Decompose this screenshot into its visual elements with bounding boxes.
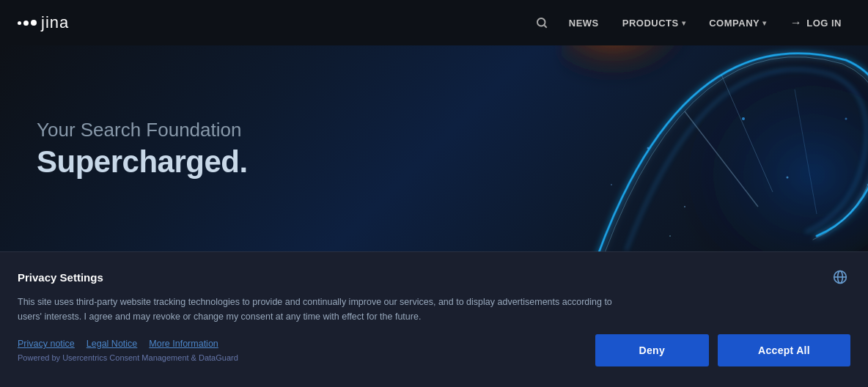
- logo-dot-1: [18, 21, 21, 25]
- consent-links: Privacy notice Legal Notice More Informa…: [18, 339, 238, 362]
- consent-link-row: Privacy notice Legal Notice More Informa…: [18, 339, 238, 349]
- hero-content: Your Search Foundation Supercharged.: [37, 118, 248, 179]
- consent-footer: Privacy notice Legal Notice More Informa…: [18, 334, 850, 366]
- legal-notice-link[interactable]: Legal Notice: [87, 339, 138, 349]
- nav-items: NEWS PRODUCTS ▾ COMPANY ▾ → LOG IN: [529, 10, 850, 35]
- privacy-notice-link[interactable]: Privacy notice: [18, 339, 75, 349]
- deny-button[interactable]: Deny: [595, 334, 709, 366]
- svg-point-8: [684, 206, 685, 207]
- svg-point-0: [537, 18, 545, 26]
- svg-point-10: [787, 177, 789, 179]
- consent-banner: Privacy Settings This site uses third-pa…: [0, 251, 868, 387]
- powered-by-text: Powered by Usercentrics Consent Manageme…: [18, 353, 238, 362]
- company-chevron-icon: ▾: [762, 19, 767, 27]
- logo-text: jina: [41, 13, 69, 32]
- hero-title: Supercharged.: [37, 144, 248, 179]
- hero-orb: [538, 45, 868, 251]
- products-chevron-icon: ▾: [682, 19, 686, 27]
- login-button[interactable]: → LOG IN: [781, 10, 850, 35]
- nav-news[interactable]: NEWS: [560, 12, 608, 34]
- svg-point-12: [845, 118, 847, 120]
- nav-company[interactable]: COMPANY ▾: [700, 12, 775, 34]
- nav-products[interactable]: PRODUCTS ▾: [614, 12, 694, 34]
- svg-point-11: [669, 235, 671, 237]
- logo[interactable]: jina: [18, 13, 69, 32]
- svg-point-9: [742, 117, 745, 120]
- hero-subtitle: Your Search Foundation: [37, 118, 248, 141]
- svg-line-1: [544, 25, 546, 27]
- hero-section: Your Search Foundation Supercharged.: [0, 45, 868, 251]
- consent-description: This site uses third-party website track…: [18, 295, 619, 324]
- logo-dot-3: [31, 20, 37, 26]
- more-information-link[interactable]: More Information: [149, 339, 218, 349]
- logo-dot-2: [23, 21, 29, 26]
- language-icon[interactable]: [830, 267, 850, 287]
- svg-point-7: [647, 147, 650, 150]
- accept-all-button[interactable]: Accept All: [718, 334, 850, 366]
- consent-title: Privacy Settings: [18, 271, 103, 284]
- search-button[interactable]: [529, 10, 554, 35]
- consent-buttons: Deny Accept All: [595, 334, 850, 366]
- consent-header: Privacy Settings: [18, 267, 850, 287]
- navbar: jina NEWS PRODUCTS ▾ COMPANY ▾ → LOG IN: [0, 0, 868, 45]
- login-icon: →: [790, 16, 803, 29]
- logo-dots: [18, 20, 37, 26]
- svg-point-13: [611, 184, 612, 185]
